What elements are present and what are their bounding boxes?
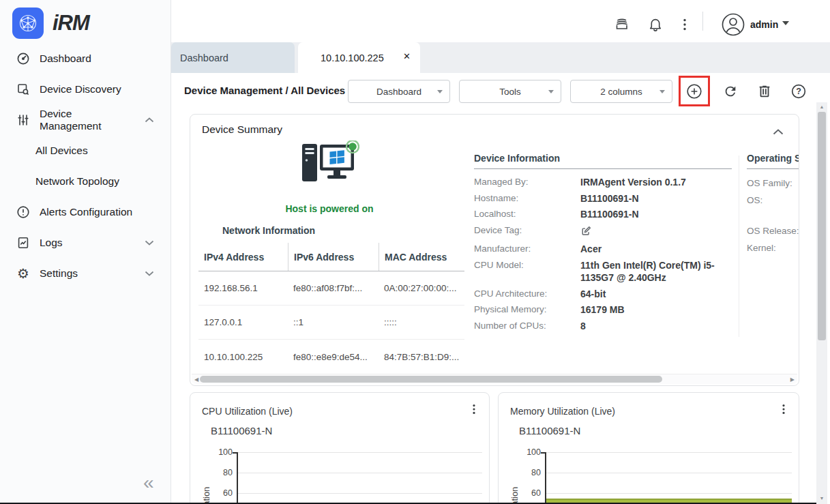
- info-row: Localhost: B11100691-N: [474, 205, 732, 221]
- chevron-down-icon[interactable]: [145, 271, 154, 276]
- widget-title: Memory Utilization (Live): [510, 406, 615, 417]
- info-label: Hostname:: [474, 192, 580, 205]
- network-table-row: 10.10.100.225 fe80::e8e9:de54... 84:7B:5…: [198, 340, 464, 374]
- cpu-utilization-widget: CPU Utilization (Live) B11100691-N 100 8…: [190, 392, 490, 504]
- sliders-icon: [16, 113, 30, 127]
- kebab-menu-icon[interactable]: [674, 14, 696, 35]
- edit-icon[interactable]: [580, 225, 592, 237]
- add-widget-button[interactable]: [685, 83, 703, 100]
- user-avatar-icon[interactable]: [721, 12, 745, 37]
- device-info-title: Device Information: [474, 153, 732, 169]
- tab-label: Dashboard: [180, 53, 228, 63]
- sidebar-menu: Dashboard Device Discovery Device Manage…: [0, 43, 171, 288]
- columns-select[interactable]: 2 columns: [570, 80, 672, 103]
- network-table-row: 127.0.0.1 ::1 :::::: [198, 306, 464, 340]
- top-bar: admin: [171, 0, 830, 42]
- delete-button[interactable]: [754, 80, 775, 102]
- card-title: Device Summary: [202, 123, 282, 136]
- sidebar-item-settings[interactable]: ⚙ Settings: [0, 258, 171, 288]
- help-button[interactable]: ?: [788, 80, 810, 102]
- info-value: 16179 MB: [580, 303, 732, 316]
- irm-globe-icon: [12, 8, 44, 39]
- sidebar-item-device-management[interactable]: Device Management: [0, 104, 171, 135]
- app-logo[interactable]: iRM: [12, 8, 89, 39]
- collapse-card-button[interactable]: [773, 125, 784, 138]
- select-value: 2 columns: [600, 87, 642, 97]
- username-label[interactable]: admin: [750, 19, 778, 30]
- sidebar-item-logs[interactable]: Logs: [0, 227, 171, 258]
- sidebar-item-network-topology[interactable]: Network Topology: [0, 166, 171, 196]
- sidebar-item-alerts-configuration[interactable]: Alerts Configuration: [0, 196, 171, 227]
- stack-icon[interactable]: [611, 14, 633, 35]
- scroll-right-arrow[interactable]: ▶: [790, 376, 795, 383]
- power-status-text: Host is powered on: [241, 203, 418, 214]
- y-axis-line: [545, 452, 546, 504]
- power-status-dot: [349, 143, 357, 151]
- info-row: CPU Architecture: 64-bit: [474, 284, 732, 301]
- page-toolbar: Device Management / All Devices Dashboar…: [171, 73, 830, 109]
- chevron-up-icon[interactable]: [145, 117, 154, 123]
- refresh-button[interactable]: [720, 80, 741, 102]
- y-axis-tick: 60: [209, 488, 233, 498]
- info-row: Manufacturer: Acer: [474, 239, 732, 256]
- sidebar-item-label: Network Topology: [35, 175, 119, 188]
- info-label: OS Release:: [747, 220, 799, 237]
- caret-down-icon: [548, 90, 554, 93]
- chart-series-label: B11100691-N: [211, 425, 272, 436]
- ipv6-cell: fe80::af08:f7bf:...: [288, 283, 379, 293]
- dashboard-select[interactable]: Dashboard: [348, 80, 450, 103]
- bell-icon[interactable]: [644, 14, 666, 35]
- vertical-scrollbar[interactable]: ▲ ▼: [816, 102, 827, 504]
- info-value: Acer: [580, 243, 732, 256]
- sidebar-collapse-button[interactable]: «: [143, 472, 154, 494]
- info-row: Number of CPUs: 8: [474, 316, 732, 333]
- chevron-down-icon[interactable]: [782, 21, 789, 25]
- main-content: Device Summary: [171, 109, 816, 504]
- chevron-down-icon[interactable]: [145, 240, 154, 246]
- sidebar-item-device-discovery[interactable]: Device Discovery: [0, 74, 171, 104]
- info-label: Manufacturer:: [474, 243, 580, 256]
- close-icon[interactable]: ✕: [403, 51, 411, 61]
- gridline: [237, 493, 482, 494]
- gridline: [237, 473, 482, 473]
- chart-series-label: B11100691-N: [519, 425, 580, 436]
- sidebar-item-label: All Devices: [35, 145, 88, 157]
- sidebar-item-label: Settings: [40, 267, 78, 280]
- widget-title: CPU Utilization (Live): [202, 406, 293, 417]
- y-axis-label: Utilization: [201, 487, 211, 504]
- alert-circle-icon: [16, 205, 30, 219]
- info-label: Number of CPUs:: [474, 320, 580, 333]
- y-axis-tick: 80: [209, 468, 233, 477]
- vertical-scrollbar-thumb[interactable]: [818, 112, 826, 340]
- info-value: 11th Gen Intel(R) Core(TM) i5-1135G7 @ 2…: [580, 259, 732, 284]
- kebab-menu-icon[interactable]: [777, 402, 790, 419]
- scroll-up-arrow[interactable]: ▲: [816, 104, 827, 109]
- horizontal-scrollbar-thumb[interactable]: [200, 376, 662, 383]
- scroll-left-arrow[interactable]: ◀: [194, 376, 198, 383]
- horizontal-scrollbar[interactable]: ◀ ▶: [192, 374, 797, 384]
- tab-device-10-10-100-225[interactable]: 10.10.100.225 ✕: [298, 42, 420, 73]
- info-label: Physical Memory:: [474, 303, 580, 316]
- sidebar-item-label: Logs: [40, 237, 63, 249]
- gridline: [237, 452, 482, 453]
- sidebar-item-all-devices[interactable]: All Devices: [0, 135, 171, 166]
- kebab-menu-icon[interactable]: [467, 402, 481, 419]
- info-value: 8: [580, 320, 732, 333]
- caret-down-icon: [659, 90, 665, 93]
- tools-select[interactable]: Tools: [459, 80, 561, 103]
- device-search-icon: [16, 83, 30, 96]
- column-header: MAC Address: [379, 243, 464, 271]
- sidebar: iRM Dashboard Device Discovery Device Ma…: [0, 0, 171, 504]
- gridline: [545, 452, 792, 453]
- info-label: CPU Model:: [474, 259, 580, 272]
- sidebar-item-dashboard[interactable]: Dashboard: [0, 43, 171, 74]
- ipv4-cell: 10.10.100.225: [198, 352, 288, 362]
- y-axis-tick: 100: [518, 447, 541, 457]
- select-value: Dashboard: [376, 87, 421, 97]
- scroll-down-arrow[interactable]: ▼: [816, 496, 827, 501]
- device-summary-card: Device Summary: [190, 114, 799, 386]
- sidebar-item-label: Dashboard: [40, 53, 91, 65]
- mac-cell: :::::: [379, 317, 464, 327]
- host-computer-icon: [299, 140, 359, 187]
- tab-dashboard[interactable]: Dashboard: [171, 42, 295, 73]
